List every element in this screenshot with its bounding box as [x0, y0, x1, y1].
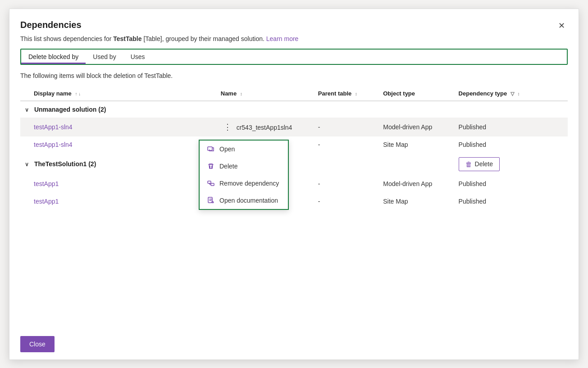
delete-label: Delete [219, 163, 237, 170]
row4-object-type: Site Map [378, 192, 454, 211]
row4-dependency-type: Published [454, 192, 531, 211]
learn-more-link[interactable]: Learn more [266, 35, 299, 42]
row1-parent-table: - [314, 118, 378, 136]
group2-name: TheTestSolution1 (2) [34, 160, 96, 168]
remove-dep-icon [207, 179, 215, 187]
row1-name-value: cr543_testApp1sln4 [237, 124, 292, 131]
row2-parent-table: - [314, 136, 378, 153]
table-row: testApp1 ⋮ testApp1 - Site Map Published [20, 192, 568, 211]
svg-rect-0 [208, 147, 212, 150]
col-object-label: Object type [383, 90, 415, 97]
dependencies-table: Display name ↑ ↓ Name ↕ Parent table ↕ O… [20, 86, 568, 211]
svg-rect-1 [208, 181, 211, 183]
subtitle-prefix: This list shows dependencies for [20, 35, 113, 42]
context-menu-remove-dep[interactable]: Remove dependency [200, 175, 288, 192]
context-menu: Open Delete Remove dependency [199, 140, 289, 210]
col-name-header[interactable]: Name ↕ [216, 86, 314, 101]
dialog-footer: Close [20, 329, 568, 359]
group-row-unmanaged: ∨ Unmanaged solution (2) [20, 101, 568, 118]
display-name-sort[interactable]: ↑ ↓ [75, 92, 81, 96]
col-dep-label: Dependency type [459, 90, 507, 97]
col-dependency-type-header[interactable]: Dependency type ▽ ↕ [454, 86, 531, 101]
row1-actions [530, 118, 568, 136]
row1-name: ⋮ cr543_testApp1sln4 [216, 118, 314, 136]
row4-expand [20, 192, 29, 211]
row3-display-name: testApp1 [29, 176, 216, 192]
description-text: The following items will block the delet… [20, 72, 568, 79]
dep-sort[interactable]: ↕ [517, 92, 520, 96]
row3-parent-table: - [314, 176, 378, 192]
subtitle-table: TestTable [113, 35, 141, 42]
row3-expand [20, 176, 29, 192]
tab-uses[interactable]: Uses [123, 50, 152, 64]
row4-actions [530, 192, 568, 211]
row2-dependency-type: Published [454, 136, 531, 153]
remove-dep-label: Remove dependency [219, 180, 279, 187]
dep-filter-icon[interactable]: ▽ [511, 91, 514, 96]
row3-actions [530, 176, 568, 192]
row2-display-name: testApp1-sln4 [29, 136, 216, 153]
row3-object-type: Model-driven App [378, 176, 454, 192]
row1-context-menu-btn[interactable]: ⋮ [221, 122, 235, 132]
name-sort[interactable]: ↕ [240, 92, 242, 96]
col-name-label: Name [221, 90, 237, 97]
table-row: testApp1-sln4 - Site Map Published [20, 136, 568, 153]
dialog-title: Dependencies [20, 20, 82, 30]
col-display-name-label: Display name [34, 90, 72, 97]
col-expand-header [20, 86, 29, 101]
delete-btn-icon: 🗑 [465, 160, 472, 168]
row1-expand [20, 118, 29, 136]
dependencies-dialog: Dependencies ✕ This list shows dependenc… [9, 9, 579, 360]
row1-display-name: testApp1-sln4 [29, 118, 216, 136]
row1-object-type: Model-driven App [378, 118, 454, 136]
row4-display-link[interactable]: testApp1 [34, 198, 59, 205]
close-dialog-button[interactable]: ✕ [556, 20, 568, 32]
row3-dependency-type: Published [454, 176, 531, 192]
col-object-type-header: Object type [378, 86, 454, 101]
context-menu-open-doc[interactable]: Open documentation [200, 192, 288, 209]
subtitle-middle: [Table], grouped by their managed soluti… [142, 35, 266, 42]
tab-used-by[interactable]: Used by [86, 50, 123, 64]
parent-sort[interactable]: ↕ [355, 92, 357, 96]
group-row-thetestsolution1: ∨ TheTestSolution1 (2) 🗑 Delete [20, 153, 568, 176]
group2-delete-button[interactable]: 🗑 Delete [459, 157, 500, 171]
row1-dependency-type: Published [454, 118, 531, 136]
tab-delete-blocked-by[interactable]: Delete blocked by [21, 50, 86, 64]
table-row: testApp1-sln4 ⋮ cr543_testApp1sln4 - Mod… [20, 118, 568, 136]
row2-expand [20, 136, 29, 153]
row4-display-name: testApp1 [29, 192, 216, 211]
delete-icon [207, 162, 215, 170]
close-footer-button[interactable]: Close [20, 336, 55, 352]
col-display-name-header[interactable]: Display name ↑ ↓ [29, 86, 216, 101]
row4-parent-table: - [314, 192, 378, 211]
tabs-container: Delete blocked by Used by Uses [20, 49, 568, 65]
table-header-row: Display name ↑ ↓ Name ↕ Parent table ↕ O… [20, 86, 568, 101]
context-menu-delete[interactable]: Delete [200, 158, 288, 175]
group1-chevron[interactable]: ∨ [25, 107, 29, 113]
context-menu-open[interactable]: Open [200, 141, 288, 158]
row2-display-link[interactable]: testApp1-sln4 [34, 141, 73, 148]
open-icon [207, 145, 215, 153]
row1-three-dots-cell: ⋮ [221, 124, 237, 131]
dialog-header: Dependencies ✕ [20, 20, 568, 32]
table-row: testApp1 - Model-driven App Published [20, 176, 568, 192]
group1-name: Unmanaged solution (2) [34, 106, 106, 113]
row1-display-link[interactable]: testApp1-sln4 [34, 123, 73, 131]
doc-icon [207, 196, 215, 204]
dialog-subtitle: This list shows dependencies for TestTab… [20, 35, 568, 42]
delete-btn-label: Delete [475, 160, 493, 168]
row3-display-link[interactable]: testApp1 [34, 180, 59, 187]
open-label: Open [219, 145, 235, 153]
open-doc-label: Open documentation [219, 197, 278, 204]
svg-rect-2 [211, 183, 214, 186]
group2-chevron[interactable]: ∨ [25, 161, 29, 168]
col-parent-label: Parent table [318, 90, 351, 97]
col-actions-header [530, 86, 568, 101]
col-parent-table-header[interactable]: Parent table ↕ [314, 86, 378, 101]
row2-object-type: Site Map [378, 136, 454, 153]
table-wrapper: Display name ↑ ↓ Name ↕ Parent table ↕ O… [20, 86, 568, 329]
row2-actions [530, 136, 568, 153]
